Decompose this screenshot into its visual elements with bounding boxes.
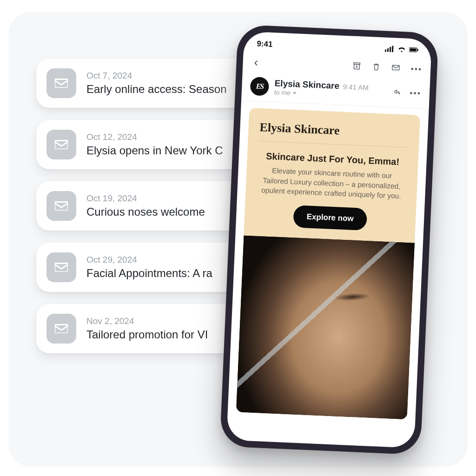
sender-time: 9:41 AM [343, 83, 369, 92]
more-icon[interactable]: ••• [410, 64, 423, 74]
phone-frame: 9:41 ‹ [220, 25, 439, 455]
svg-rect-3 [392, 46, 394, 52]
back-button[interactable]: ‹ [251, 55, 261, 70]
phone-screen: 9:41 ‹ [226, 31, 432, 448]
chevron-down-icon[interactable] [292, 89, 298, 97]
battery-icon [409, 46, 419, 56]
more-icon[interactable]: ••• [410, 88, 422, 98]
brand-title: Elysia Skincare [248, 108, 420, 146]
mail-icon[interactable] [391, 63, 401, 74]
trash-icon[interactable] [371, 62, 381, 73]
explore-now-button[interactable]: Explore now [293, 205, 367, 231]
hero-photo [236, 236, 415, 420]
body-copy: Elevate your skincare routine with our T… [245, 165, 417, 211]
svg-rect-0 [385, 49, 386, 52]
svg-rect-5 [410, 48, 416, 52]
archive-icon[interactable] [352, 61, 362, 73]
envelope-icon [46, 314, 76, 344]
wifi-icon [397, 46, 407, 55]
envelope-icon [46, 252, 76, 282]
email-body-card: Elysia Skincare Skincare Just For You, E… [236, 108, 420, 419]
avatar: ES [250, 77, 270, 96]
envelope-icon [46, 130, 76, 159]
svg-rect-6 [417, 49, 418, 51]
background-panel: Oct 7, 2024 Early online access: Season … [8, 12, 468, 467]
reply-icon[interactable] [393, 87, 402, 98]
envelope-icon [46, 68, 76, 98]
svg-rect-1 [387, 48, 389, 52]
cellular-signal-icon [385, 45, 395, 55]
svg-rect-2 [390, 47, 391, 52]
envelope-icon [46, 191, 76, 221]
status-time: 9:41 [257, 39, 273, 49]
recipient-label: to me [274, 88, 291, 97]
